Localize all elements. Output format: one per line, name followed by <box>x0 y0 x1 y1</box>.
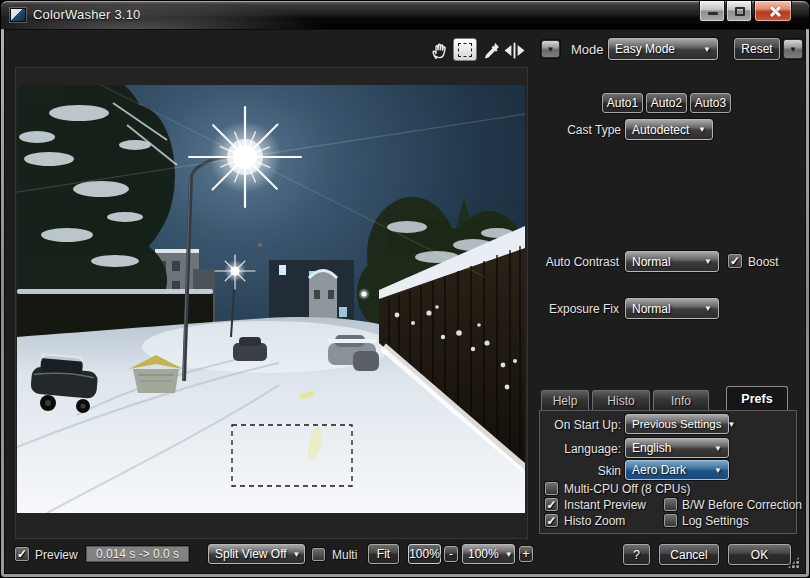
tab-info[interactable]: Info <box>653 390 709 410</box>
chevron-down-icon: ▼ <box>722 420 736 429</box>
preview-image[interactable] <box>17 85 525 513</box>
multi-label: Multi <box>332 548 357 562</box>
fit-button[interactable]: Fit <box>368 544 399 564</box>
multi-checkbox[interactable] <box>312 548 325 561</box>
titlebar[interactable]: ColorWasher 3.10 <box>1 1 809 29</box>
log-settings-checkbox[interactable] <box>664 514 677 527</box>
mode-label: Mode <box>571 42 604 57</box>
cast-type-label: Cast Type <box>539 123 621 137</box>
window-controls <box>699 1 792 23</box>
preview-checkbox[interactable]: ✓ <box>15 547 29 561</box>
selection-rectangle[interactable] <box>17 85 525 513</box>
zoom-level-select[interactable]: 100% ▼ <box>462 544 515 564</box>
bw-before-correction-checkbox[interactable] <box>664 498 677 511</box>
histo-zoom-label: Histo Zoom <box>564 514 625 528</box>
maximize-button[interactable] <box>726 1 752 22</box>
bw-before-correction-label: B/W Before Correction <box>682 498 802 512</box>
on-startup-label: On Start Up: <box>539 418 621 432</box>
marquee-select-tool-button[interactable] <box>453 38 477 61</box>
auto-contrast-label: Auto Contrast <box>531 255 619 269</box>
minimize-icon <box>708 12 718 15</box>
window-title: ColorWasher 3.10 <box>33 7 141 22</box>
chevron-down-icon: ▼ <box>499 550 513 559</box>
cast-type-value: Autodetect <box>632 123 689 137</box>
auto1-button[interactable]: Auto1 <box>602 93 643 113</box>
zoom-100-button[interactable]: 100% <box>408 544 441 564</box>
close-button[interactable] <box>754 1 792 22</box>
auto3-button[interactable]: Auto3 <box>690 93 731 113</box>
marquee-icon <box>458 43 472 57</box>
cancel-button[interactable]: Cancel <box>659 544 719 565</box>
zoom-in-button[interactable]: + <box>519 546 533 562</box>
split-view-tool-button[interactable] <box>502 39 526 62</box>
language-label: Language: <box>539 442 621 456</box>
skin-value: Aero Dark <box>632 463 686 477</box>
reset-button[interactable]: Reset <box>734 38 780 60</box>
language-select[interactable]: English ▼ <box>625 438 729 458</box>
chevron-down-icon: ▼ <box>698 304 712 313</box>
chevron-down-icon: ▼ <box>287 550 301 559</box>
tab-prefs[interactable]: Prefs <box>726 386 788 410</box>
chevron-down-icon: ▼ <box>698 257 712 266</box>
minimize-button[interactable] <box>699 1 725 22</box>
skin-select[interactable]: Aero Dark ▼ <box>625 460 729 480</box>
chevron-down-icon: ▼ <box>708 444 722 453</box>
colorwasher-window: ColorWasher 3.10 ▼ Mode Easy Mode ▼ <box>0 0 810 578</box>
chevron-down-icon: ▼ <box>789 45 797 54</box>
processing-time-field: 0.014 s -> 0.0 s <box>86 546 189 562</box>
settings-menu-button[interactable]: ▼ <box>541 40 560 58</box>
multi-cpu-checkbox[interactable] <box>545 482 558 495</box>
preview-label: Preview <box>35 548 78 562</box>
app-icon <box>10 8 26 22</box>
language-value: English <box>632 441 671 455</box>
instant-preview-checkbox[interactable]: ✓ <box>545 498 558 511</box>
tab-histo[interactable]: Histo <box>592 390 650 410</box>
mode-select[interactable]: Easy Mode ▼ <box>608 38 718 60</box>
ok-button[interactable]: OK <box>728 544 791 565</box>
chevron-down-icon: ▼ <box>697 45 711 54</box>
chevron-down-icon: ▼ <box>708 466 722 475</box>
on-startup-value: Previous Settings <box>632 418 722 430</box>
auto-contrast-value: Normal <box>632 255 671 269</box>
cast-type-select[interactable]: Autodetect ▼ <box>625 119 713 140</box>
split-view-value: Split View Off <box>215 547 287 561</box>
split-compare-icon <box>503 40 526 61</box>
skin-label: Skin <box>539 464 621 478</box>
histo-zoom-checkbox[interactable]: ✓ <box>545 514 558 527</box>
exposure-fix-label: Exposure Fix <box>531 302 619 316</box>
hand-icon <box>429 40 450 61</box>
split-view-select[interactable]: Split View Off ▼ <box>208 544 305 564</box>
zoom-level-value: 100% <box>468 547 499 561</box>
exposure-fix-value: Normal <box>632 302 671 316</box>
log-settings-label: Log Settings <box>682 514 749 528</box>
close-icon <box>769 5 780 18</box>
pan-tool-button[interactable] <box>427 39 451 62</box>
auto2-button[interactable]: Auto2 <box>646 93 687 113</box>
chevron-down-icon: ▼ <box>547 45 555 54</box>
eyedropper-icon <box>481 40 502 61</box>
mode-value: Easy Mode <box>615 42 675 56</box>
maximize-icon <box>735 7 745 16</box>
instant-preview-label: Instant Preview <box>564 498 646 512</box>
boost-checkbox[interactable]: ✓ <box>728 254 742 268</box>
help-button[interactable]: ? <box>623 544 650 565</box>
reset-menu-button[interactable]: ▼ <box>783 39 803 59</box>
chevron-down-icon: ▼ <box>692 125 706 134</box>
boost-label: Boost <box>748 255 779 269</box>
on-startup-select[interactable]: Previous Settings ▼ <box>625 414 729 434</box>
tab-help[interactable]: Help <box>541 390 589 410</box>
auto-contrast-select[interactable]: Normal ▼ <box>625 251 719 272</box>
eyedropper-tool-button[interactable] <box>479 39 503 62</box>
zoom-out-button[interactable]: - <box>444 546 458 562</box>
exposure-fix-select[interactable]: Normal ▼ <box>625 298 719 319</box>
multi-cpu-label: Multi-CPU Off (8 CPUs) <box>564 482 690 496</box>
